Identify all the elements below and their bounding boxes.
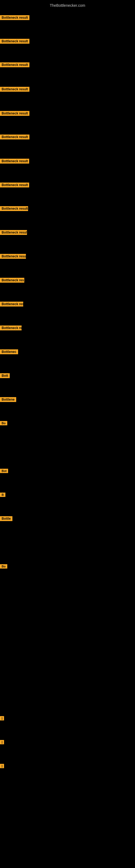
bottleneck-result-badge: Bo [0,421,7,425]
bottleneck-result-badge: Bottleneck res [0,278,24,283]
bottleneck-result-badge: Bottleneck result [0,62,30,67]
bottleneck-result-badge: | [0,764,4,768]
bottleneck-result-badge: Bottleneck result [0,15,30,20]
bottleneck-result-badge: Bot [0,469,8,473]
bottleneck-result-badge: | [0,716,4,720]
bottleneck-result-badge: Bottleneck result [0,39,30,44]
bottleneck-result-badge: Bottleneck result [0,111,30,116]
bottleneck-result-badge: Bottleneck result [0,87,30,92]
bottleneck-result-badge: Bo [0,564,7,568]
bottleneck-result-badge: Bottleneck result [0,230,27,235]
bottleneck-result-badge: Bottleneck re [0,326,21,330]
bottleneck-result-badge: Bottleneck result [0,183,29,187]
bottleneck-result-badge: Bottleneck result [0,206,28,211]
bottleneck-result-badge: Bottleneck result [0,134,30,140]
bottleneck-result-badge: Bottle [0,516,12,521]
bottleneck-result-badge: Bottleneck res [0,302,23,307]
bottleneck-result-badge: B [0,493,5,497]
bottleneck-result-badge: Bottleneck resu [0,254,26,259]
bottleneck-result-badge: Bottlene [0,397,16,402]
site-title: TheBottlenecker.com [0,1,135,10]
bottleneck-result-badge: | [0,740,4,744]
bottleneck-result-badge: Bottleneck result [0,159,29,163]
bottleneck-result-badge: Bott [0,373,10,378]
bottleneck-result-badge: Bottlenec [0,349,18,354]
